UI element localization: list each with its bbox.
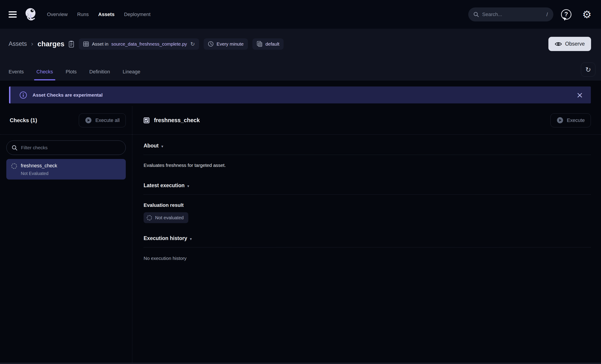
top-navbar: Overview Runs Assets Deployment Search..… xyxy=(0,0,601,29)
dagster-logo[interactable] xyxy=(25,8,37,21)
experimental-banner: Asset Checks are experimental × xyxy=(9,86,591,103)
asset-definition-badge[interactable]: Asset in source_data_freshness_complete.… xyxy=(79,38,199,50)
evaluation-result-status: Not evaluated xyxy=(155,215,184,220)
chevron-down-icon: ▾ xyxy=(161,143,163,149)
section-divider xyxy=(144,194,591,195)
nav-overview[interactable]: Overview xyxy=(47,11,68,17)
group-badge[interactable]: default xyxy=(252,38,284,50)
tab-events[interactable]: Events xyxy=(8,69,24,80)
execute-button[interactable]: Execute xyxy=(551,113,591,127)
execute-all-label: Execute all xyxy=(95,117,120,123)
latest-execution-heading: Latest execution xyxy=(144,182,185,189)
reload-definition-icon[interactable]: ↻ xyxy=(190,41,195,47)
check-detail-panel: freshness_check Execute About ▾ Evaluate… xyxy=(132,106,601,363)
execution-history-section-header[interactable]: Execution history ▾ xyxy=(144,235,192,241)
not-evaluated-spinner-icon xyxy=(147,215,152,220)
nav-deployment[interactable]: Deployment xyxy=(124,11,150,17)
execute-all-button[interactable]: Execute all xyxy=(79,113,126,127)
filter-placeholder: Filter checks xyxy=(21,145,48,150)
checks-sidebar-header: Checks (1) Execute all xyxy=(0,106,132,135)
asset-header: Assets › charges Asset in source_data_fr… xyxy=(0,29,601,80)
asset-in-label: Asset in xyxy=(92,41,108,47)
section-divider xyxy=(144,155,591,155)
menu-icon[interactable] xyxy=(9,11,17,18)
checkbox-icon xyxy=(143,117,150,124)
primary-nav: Overview Runs Assets Deployment xyxy=(47,11,150,17)
check-detail-title: freshness_check xyxy=(154,117,200,123)
checks-sidebar: Checks (1) Execute all Filter checks fre… xyxy=(0,106,132,363)
search-icon xyxy=(473,11,479,17)
info-icon xyxy=(20,91,27,99)
checks-count-heading: Checks (1) xyxy=(10,117,37,123)
search-shortcut-hint: / xyxy=(546,11,548,18)
play-circle-icon xyxy=(557,117,563,124)
check-item-name: freshness_check xyxy=(21,162,57,169)
play-circle-icon xyxy=(85,117,92,124)
breadcrumb: Assets › charges Asset in source_data_fr… xyxy=(0,29,601,51)
clock-icon xyxy=(208,41,214,47)
dagster-octopus-icon xyxy=(25,8,37,21)
window-bottom-edge xyxy=(0,363,601,364)
search-input[interactable]: Search... / xyxy=(468,8,553,21)
asset-file-link[interactable]: source_data_freshness_complete.py xyxy=(111,41,187,47)
page-title: charges xyxy=(38,40,64,48)
copy-icon[interactable] xyxy=(68,40,74,48)
nav-runs[interactable]: Runs xyxy=(77,11,89,17)
eye-icon xyxy=(555,41,562,47)
checks-layout: Checks (1) Execute all Filter checks fre… xyxy=(0,106,601,363)
evaluation-result-heading: Evaluation result xyxy=(144,202,591,208)
help-icon[interactable]: ? xyxy=(561,9,571,20)
about-heading: About xyxy=(144,143,159,149)
table-icon xyxy=(83,41,89,47)
observe-label: Observe xyxy=(565,41,585,47)
not-evaluated-spinner-icon xyxy=(11,163,17,169)
chevron-down-icon: ▾ xyxy=(187,183,190,188)
tab-lineage[interactable]: Lineage xyxy=(122,69,141,80)
about-description: Evaluates freshness for targeted asset. xyxy=(144,162,591,168)
evaluation-result-badge: Not evaluated xyxy=(144,212,188,223)
filter-checks-input[interactable]: Filter checks xyxy=(6,141,126,155)
execute-label: Execute xyxy=(567,117,585,123)
settings-gear-icon[interactable]: ⚙ xyxy=(582,9,591,20)
nav-assets[interactable]: Assets xyxy=(98,11,114,17)
group-label: default xyxy=(266,41,280,47)
filter-search-icon xyxy=(11,145,18,151)
asset-tabs: Events Checks Plots Definition Lineage ↻ xyxy=(0,69,601,80)
check-item-status: Not Evaluated xyxy=(21,171,57,176)
check-detail-header: freshness_check Execute xyxy=(132,106,601,135)
search-placeholder: Search... xyxy=(482,11,502,17)
section-divider xyxy=(144,247,591,247)
about-section-header[interactable]: About ▾ xyxy=(144,143,163,149)
breadcrumb-chevron-icon: › xyxy=(31,40,33,48)
banner-text: Asset Checks are experimental xyxy=(32,92,103,98)
check-detail-content: About ▾ Evaluates freshness for targeted… xyxy=(132,135,601,261)
help-glyph: ? xyxy=(564,11,568,18)
execution-history-heading: Execution history xyxy=(144,235,187,241)
execution-history-empty: No execution history xyxy=(144,256,591,261)
breadcrumb-assets-link[interactable]: Assets xyxy=(9,40,27,47)
chevron-down-icon: ▾ xyxy=(190,236,192,241)
latest-execution-section-header[interactable]: Latest execution ▾ xyxy=(144,182,189,189)
tab-definition[interactable]: Definition xyxy=(89,69,111,80)
tab-plots[interactable]: Plots xyxy=(65,69,77,80)
check-list-item-freshness-check[interactable]: freshness_check Not Evaluated xyxy=(6,159,126,180)
freshness-schedule-badge[interactable]: Every minute xyxy=(204,38,248,50)
refresh-button[interactable]: ↻ xyxy=(581,62,595,77)
tab-checks[interactable]: Checks xyxy=(36,69,53,80)
close-icon[interactable]: × xyxy=(576,91,583,99)
group-grid-icon xyxy=(257,41,262,47)
observe-button[interactable]: Observe xyxy=(548,37,591,51)
schedule-label: Every minute xyxy=(217,41,244,47)
